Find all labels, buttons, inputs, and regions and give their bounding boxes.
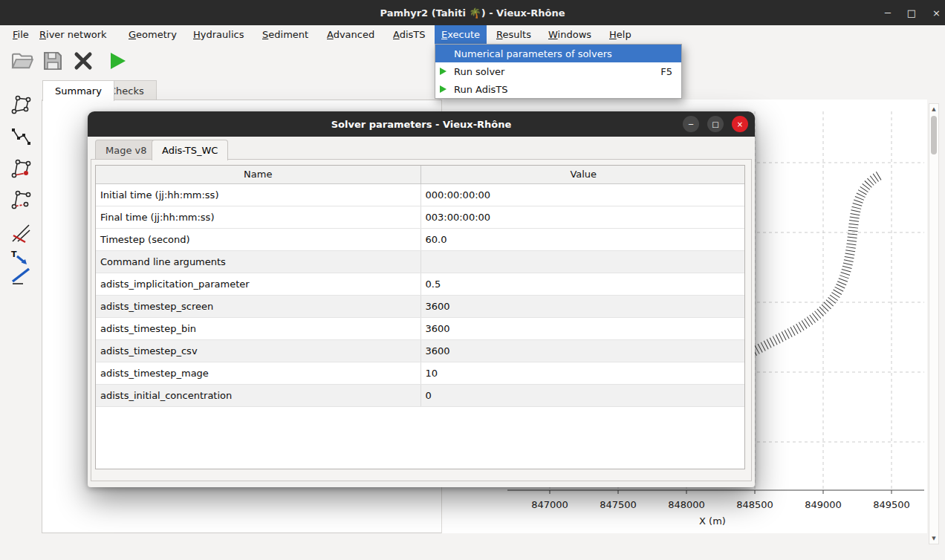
app-window: Pamhyr2 (Tahiti 🌴) - Vieux-Rhône ─ □ × F… [0,0,945,560]
column-header-value: Value [420,166,745,183]
x-tick-5: 849500 [869,499,914,510]
sidebar-current-reach-button[interactable] [7,156,35,181]
dialog-tab-mage[interactable]: Mage v8 [95,140,158,160]
scroll-down-icon[interactable]: ▼ [929,535,938,541]
minimize-icon[interactable]: ─ [885,7,891,19]
menu-advanced[interactable]: Advanced [320,25,381,44]
x-axis-label: X (m) [683,515,742,527]
param-row[interactable]: adists_initial_concentration0 [96,384,745,406]
maximize-icon[interactable]: □ [907,7,916,19]
sidebar-profile-button[interactable] [7,124,35,149]
translate-icon: T [10,249,31,267]
save-button[interactable] [41,49,65,73]
river-channel-path [745,175,880,356]
dialog-maximize-icon[interactable]: □ [707,116,724,132]
dialog-tab-adists[interactable]: Adis-TS_WC [152,140,228,160]
window-titlebar: Pamhyr2 (Tahiti 🌴) - Vieux-Rhône ─ □ × [0,0,945,25]
delete-icon [74,51,93,71]
param-row[interactable]: adists_timestep_mage10 [96,362,745,384]
close-study-button[interactable] [71,49,95,73]
param-row[interactable]: Command line arguments [96,250,745,273]
menu-file[interactable]: File [6,25,36,44]
param-row[interactable]: adists_timestep_screen3600 [96,295,745,317]
dialog-titlebar: Solver parameters - Vieux-Rhône ─ □ × [88,111,755,137]
parameters-table: Name Value Initial time (jj:hh:mm:ss)000… [96,166,745,407]
river-network-icon [10,94,32,116]
run-icon [108,51,127,71]
menu-item-run-solver[interactable]: Run solver F5 [435,62,681,80]
param-row[interactable]: adists_timestep_bin3600 [96,317,745,339]
execute-menu: Numerical parameters of solvers Run solv… [435,44,682,99]
edit-reach-icon [10,189,32,211]
menu-geometry[interactable]: Geometry [122,25,184,44]
x-tick-4: 849000 [801,499,845,510]
current-reach-icon [10,157,32,180]
param-row[interactable]: Final time (jj:hh:mm:ss)003:00:00:00 [96,206,745,228]
menu-river-network[interactable]: River network [33,25,114,44]
run-solver-icon [440,68,446,75]
sidebar-cross-sections-button[interactable] [7,220,35,245]
run-adists-icon [440,85,446,93]
save-icon [42,51,63,71]
sidebar-edit-reach-button[interactable] [7,187,35,212]
svg-text:T: T [11,250,17,259]
open-folder-icon [11,51,33,71]
dialog-close-icon[interactable]: × [732,116,748,132]
sidebar-interpolate-button[interactable] [7,266,35,285]
menu-help[interactable]: Help [603,25,638,44]
x-tick-0: 847000 [527,499,572,510]
x-tick-1: 847500 [596,499,640,510]
solver-parameters-dialog: Solver parameters - Vieux-Rhône ─ □ × Ma… [88,111,755,487]
interpolate-icon [10,266,31,285]
close-icon[interactable]: × [932,7,941,19]
menu-hydraulics[interactable]: Hydraulics [186,25,250,44]
x-tick-2: 848000 [664,499,709,510]
tab-summary[interactable]: Summary [42,80,114,101]
param-row[interactable]: Timestep (second)60.0 [96,228,745,250]
window-title: Pamhyr2 (Tahiti 🌴) - Vieux-Rhône [380,7,565,19]
sidebar-river-network-button[interactable] [7,92,35,117]
run-solver-shortcut: F5 [660,66,672,77]
dialog-title: Solver parameters - Vieux-Rhône [331,119,512,130]
menu-item-run-adists[interactable]: Run AdisTS [435,80,681,98]
param-row[interactable]: Initial time (jj:hh:mm:ss)000:00:00:00 [96,183,745,206]
open-button[interactable] [10,49,34,73]
column-header-name: Name [96,166,420,183]
menu-adists[interactable]: AdisTS [386,25,432,44]
scroll-up-icon[interactable]: ▲ [929,106,938,112]
menu-item-numerical-parameters[interactable]: Numerical parameters of solvers [435,45,681,62]
x-tick-3: 848500 [733,499,777,510]
dialog-minimize-icon[interactable]: ─ [683,116,699,132]
menu-windows[interactable]: Windows [542,25,598,44]
param-row[interactable]: adists_timestep_csv3600 [96,339,745,362]
scrollbar-thumb[interactable] [931,116,937,154]
param-row[interactable]: adists_implicitation_parameter0.5 [96,273,745,295]
table-header-row: Name Value [96,166,745,183]
sidebar-translate-button[interactable]: T [7,248,35,267]
run-button[interactable] [105,49,129,73]
menu-execute[interactable]: Execute [435,25,487,44]
vertical-scrollbar[interactable]: ▲ ▼ [929,103,939,544]
menubar: File River network Geometry Hydraulics S… [0,25,945,44]
menu-results[interactable]: Results [490,25,538,44]
longitudinal-profile-icon [10,126,32,148]
parameters-table-container: Name Value Initial time (jj:hh:mm:ss)000… [95,165,745,469]
menu-sediment[interactable]: Sediment [256,25,315,44]
cross-sections-icon [10,221,32,244]
